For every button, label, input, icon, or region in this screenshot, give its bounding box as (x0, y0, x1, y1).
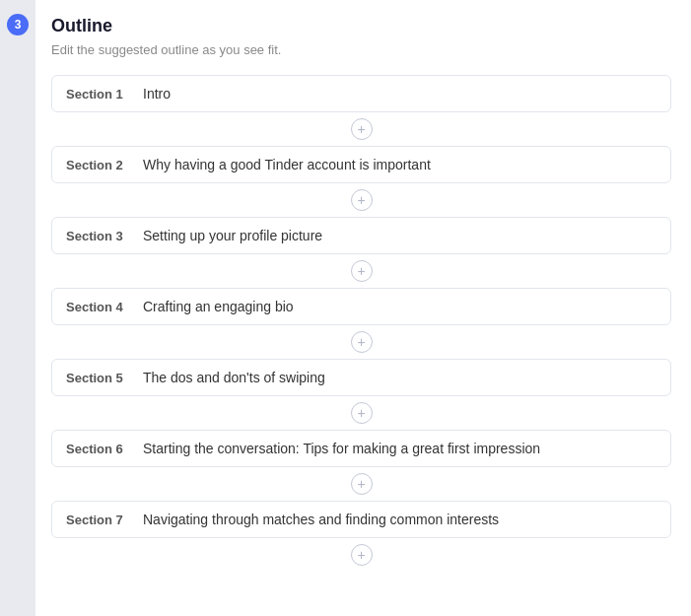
add-section-button[interactable]: + (351, 402, 373, 424)
section-text: Starting the conversation: Tips for maki… (143, 441, 656, 456)
add-section-button[interactable]: + (351, 118, 373, 140)
section-text: The dos and don'ts of swiping (143, 370, 656, 385)
add-section-wrapper: + (51, 396, 671, 430)
section-row[interactable]: Section 4Crafting an engaging bio (51, 288, 671, 325)
add-section-wrapper: + (51, 325, 671, 359)
section-label: Section 3 (66, 229, 133, 243)
section-row[interactable]: Section 6Starting the conversation: Tips… (51, 430, 671, 467)
add-section-button[interactable]: + (351, 473, 373, 495)
sections-container: Section 1Intro+Section 2Why having a goo… (51, 75, 671, 572)
section-row[interactable]: Section 1Intro (51, 75, 671, 112)
add-section-wrapper: + (51, 183, 671, 217)
section-label: Section 6 (66, 442, 133, 456)
section-row[interactable]: Section 3Setting up your profile picture (51, 217, 671, 254)
page-title: Outline (51, 16, 671, 36)
add-section-button[interactable]: + (351, 331, 373, 353)
section-label: Section 4 (66, 300, 133, 314)
step-badge: 3 (7, 14, 29, 35)
add-section-wrapper: + (51, 467, 671, 501)
section-text: Navigating through matches and finding c… (143, 512, 656, 527)
add-section-wrapper: + (51, 538, 671, 572)
section-row[interactable]: Section 2Why having a good Tinder accoun… (51, 146, 671, 183)
add-section-wrapper: + (51, 254, 671, 288)
section-text: Setting up your profile picture (143, 228, 656, 243)
step-number: 3 (15, 18, 22, 32)
section-row[interactable]: Section 7Navigating through matches and … (51, 501, 671, 538)
add-section-wrapper: + (51, 112, 671, 146)
section-label: Section 7 (66, 513, 133, 527)
page-subtitle: Edit the suggested outline as you see fi… (51, 42, 671, 57)
add-section-button[interactable]: + (351, 189, 373, 211)
add-section-button[interactable]: + (351, 544, 373, 566)
add-section-button[interactable]: + (351, 260, 373, 282)
section-label: Section 1 (66, 87, 133, 102)
section-text: Intro (143, 86, 656, 102)
sidebar: 3 (0, 0, 35, 616)
section-label: Section 5 (66, 371, 133, 385)
section-label: Section 2 (66, 158, 133, 172)
section-text: Why having a good Tinder account is impo… (143, 157, 656, 172)
section-text: Crafting an engaging bio (143, 299, 656, 314)
section-row[interactable]: Section 5The dos and don'ts of swiping (51, 359, 671, 396)
main-content: Outline Edit the suggested outline as yo… (35, 0, 691, 616)
